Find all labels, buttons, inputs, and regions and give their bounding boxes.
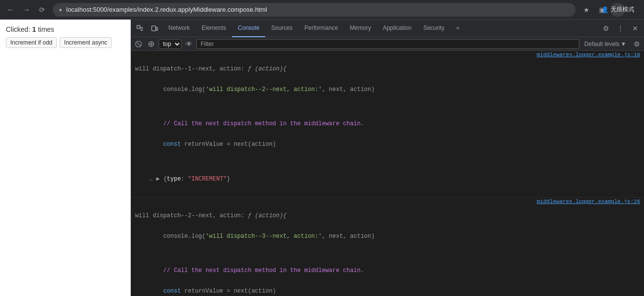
log-content-1: will dispatch--1--next, action: ƒ (actio… (131, 51, 533, 197)
no-trace-button[interactable]: 👤 无痕模式 (611, 3, 624, 17)
svg-rect-0 (137, 25, 140, 28)
reload-button[interactable]: ⟳ (35, 3, 49, 17)
increment-async-button[interactable]: Increment async (60, 37, 112, 48)
inspect-element-button[interactable] (133, 22, 147, 35)
console-toolbar: top 👁 Default levels ▼ ⚙ (131, 37, 644, 51)
forward-button[interactable]: → (20, 3, 33, 17)
tab-elements[interactable]: Elements (196, 20, 232, 37)
tab-performance[interactable]: Performance (299, 20, 344, 37)
increment-if-odd-button[interactable]: Increment if odd (6, 37, 57, 48)
tab-sources[interactable]: Sources (265, 20, 299, 37)
log-source-2[interactable]: middlewares.logger.example.js:26 (533, 198, 644, 205)
live-expressions-button[interactable]: 👁 (184, 39, 194, 49)
url-text: localhost:5000/examples/index.2.redux.ap… (66, 6, 267, 13)
context-selector[interactable]: top (159, 39, 182, 49)
settings-gear-button[interactable]: ⚙ (599, 22, 613, 35)
devtools-tabs: Network Elements Console Sources Perform… (162, 20, 598, 37)
close-devtools-button[interactable]: ✕ (628, 22, 642, 35)
toolbar-right: ⚙ ⋮ ✕ (599, 22, 642, 35)
log-content-2: will dispatch--2--next, action: ƒ (actio… (131, 198, 533, 296)
device-toggle-button[interactable] (148, 22, 161, 35)
filter-toggle-button[interactable] (146, 39, 157, 49)
button-row: Increment if odd Increment async (6, 37, 125, 48)
back-button[interactable]: ← (4, 3, 18, 17)
menu-button[interactable]: ⋮ (626, 3, 640, 17)
clicked-suffix: times (38, 25, 54, 33)
tab-security[interactable]: Security (417, 20, 450, 37)
console-output[interactable]: will dispatch--1--next, action: ƒ (actio… (131, 51, 644, 296)
log-entry: will dispatch--2--next, action: ƒ (actio… (131, 198, 644, 296)
clear-console-button[interactable] (133, 39, 144, 49)
lock-icon: ● (59, 6, 62, 13)
browser-chrome: ← → ⟳ ● localhost:5000/examples/index.2.… (0, 0, 644, 20)
page-panel: Clicked: 1 times Increment if odd Increm… (0, 20, 131, 296)
tab-memory[interactable]: Memory (344, 20, 377, 37)
avatar-icon: 👤 (601, 6, 609, 13)
main-layout: Clicked: 1 times Increment if odd Increm… (0, 20, 644, 296)
chevron-down-icon: ▼ (621, 41, 626, 47)
log-entry: will dispatch--1--next, action: ƒ (actio… (131, 51, 644, 198)
tab-application[interactable]: Application (377, 20, 417, 37)
bookmark-button[interactable]: ★ (579, 3, 593, 17)
svg-line-7 (137, 43, 140, 46)
clicked-text: Clicked: 1 times (6, 25, 125, 33)
svg-rect-5 (156, 27, 158, 30)
devtools-toolbar: Network Elements Console Sources Perform… (131, 20, 644, 37)
clicked-label: Clicked: (6, 25, 30, 33)
filter-input[interactable] (196, 39, 579, 49)
tab-more[interactable]: » (450, 20, 465, 37)
log-source-1[interactable]: middlewares.logger.example.js:10 (533, 51, 644, 59)
log-levels-button[interactable]: Default levels ▼ (581, 40, 629, 48)
levels-label: Default levels (584, 41, 620, 47)
browser-actions: ★ ▣ 👤 无痕模式 ⋮ (579, 3, 640, 17)
svg-rect-4 (152, 26, 156, 31)
more-options-button[interactable]: ⋮ (614, 22, 627, 35)
console-settings-button[interactable]: ⚙ (631, 39, 642, 49)
address-bar[interactable]: ● localhost:5000/examples/index.2.redux.… (53, 3, 575, 17)
nav-buttons: ← → ⟳ (4, 3, 49, 17)
tab-network[interactable]: Network (162, 20, 196, 37)
tab-console[interactable]: Console (232, 20, 265, 37)
clicked-count: 1 (32, 25, 36, 33)
devtools-panel: Network Elements Console Sources Perform… (131, 20, 644, 296)
